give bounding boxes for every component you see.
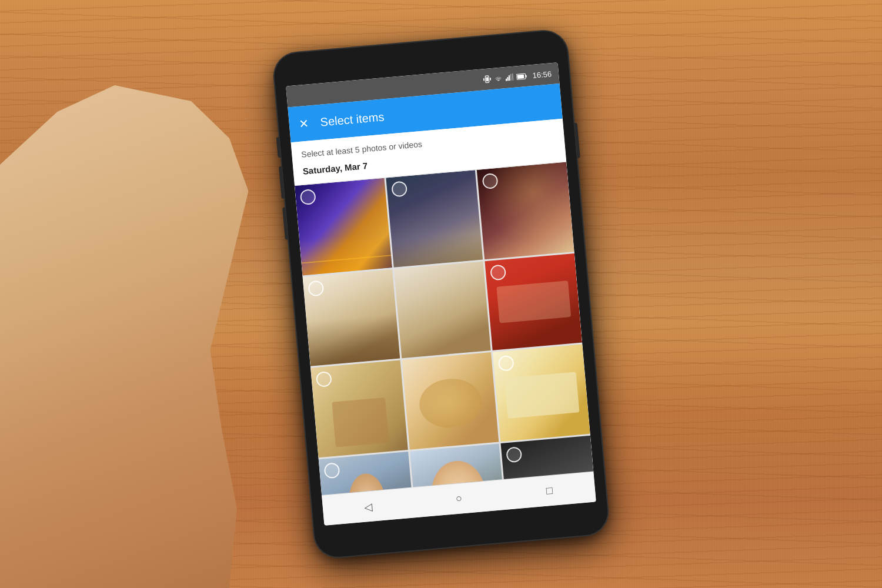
status-time: 16:56: [532, 69, 552, 80]
select-circle-2[interactable]: [391, 181, 407, 197]
photo-item[interactable]: [485, 253, 582, 350]
photo-item[interactable]: [295, 178, 392, 275]
svg-rect-2: [483, 78, 485, 81]
phone-screen: 16:56 ✕ Select items Select at least 5 p…: [286, 62, 596, 526]
battery-icon: [516, 72, 527, 80]
select-circle-12[interactable]: [506, 446, 523, 463]
screen-inner: 16:56 ✕ Select items Select at least 5 p…: [286, 62, 596, 526]
photo-detail: [301, 255, 390, 263]
select-circle-1[interactable]: [300, 189, 316, 205]
svg-rect-5: [507, 77, 509, 81]
svg-rect-11: [517, 74, 524, 78]
recents-nav-button[interactable]: □: [536, 477, 564, 505]
close-button[interactable]: ✕: [298, 116, 309, 131]
photo-item[interactable]: [402, 352, 499, 449]
svg-rect-6: [509, 75, 510, 81]
select-circle-4[interactable]: [308, 280, 324, 296]
svg-marker-8: [512, 74, 514, 81]
photo-grid: [295, 162, 593, 495]
select-circle-3[interactable]: [482, 173, 499, 189]
phone-body: 16:56 ✕ Select items Select at least 5 p…: [272, 29, 609, 559]
home-nav-button[interactable]: ○: [445, 485, 473, 513]
wifi-icon: [494, 74, 503, 82]
select-circle-6[interactable]: [490, 264, 506, 280]
photo-detail: [332, 397, 389, 447]
svg-rect-4: [506, 79, 507, 81]
back-nav-button[interactable]: ◁: [355, 493, 383, 521]
select-circle-10[interactable]: [323, 462, 340, 479]
vibrate-icon: [483, 75, 492, 83]
signal-icon: [505, 74, 514, 81]
photo-item[interactable]: [310, 360, 407, 457]
svg-rect-7: [510, 74, 512, 81]
svg-rect-3: [490, 78, 491, 81]
photo-item[interactable]: [303, 269, 400, 366]
select-circle-9[interactable]: [498, 355, 514, 372]
photo-item[interactable]: [386, 170, 483, 267]
photo-detail: [417, 376, 484, 430]
status-icons: 16:56: [483, 69, 552, 84]
photo-item[interactable]: [477, 162, 574, 259]
photo-item[interactable]: [493, 345, 590, 442]
photo-grid-container: [295, 162, 593, 495]
svg-rect-10: [526, 75, 527, 77]
phone-device: 16:56 ✕ Select items Select at least 5 p…: [272, 29, 609, 559]
photo-item[interactable]: [394, 261, 491, 358]
photo-detail: [504, 372, 579, 419]
svg-rect-1: [486, 77, 489, 81]
select-circle-7[interactable]: [316, 371, 332, 387]
